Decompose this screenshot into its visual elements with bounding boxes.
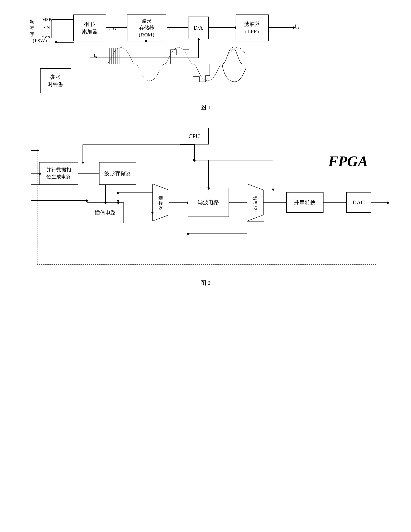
cpu-to-fpga-arrow — [194, 144, 195, 160]
svg-text:择: 择 — [253, 200, 257, 206]
figure1-container: 频 率 字 （FSW） MSB LSB ⋮N 相 位 累加器 ：W 波形 存储器 — [12, 12, 399, 111]
feedback-to-parallel-arrow — [31, 173, 39, 174]
fpga-label: FPGA — [328, 153, 368, 170]
svg-text:择: 择 — [158, 200, 163, 206]
filter-to-selector2-arrow — [229, 202, 247, 203]
msb-arrow — [52, 19, 74, 20]
cpu-left-hline — [82, 144, 194, 145]
lsb-arrow — [52, 38, 74, 38]
freq-word-label2: 率 — [30, 25, 35, 31]
selector2-to-ps-arrow — [264, 202, 286, 203]
lpf-box: 滤波器 （LPF） — [236, 14, 269, 41]
fs-label: fs — [94, 53, 97, 59]
msb-lsb-vline — [52, 19, 52, 38]
colon-w-label: ：W — [107, 25, 117, 31]
cpu-to-filter-arrow — [208, 160, 209, 188]
freq-word-label3: 字 — [30, 31, 35, 38]
freq-word-label: 频 — [30, 19, 35, 25]
waveform-memory-box2: 波形存储器 — [99, 162, 136, 185]
filter-circuit-box: 滤波电路 — [188, 188, 229, 217]
fig2-caption: 图 2 — [201, 279, 210, 287]
wavemem-hline — [118, 192, 153, 192]
direct-to-selector2-hline — [188, 234, 247, 234]
wavemem-to-interp-arrow — [118, 185, 118, 202]
selector1-svg: 选 择 器 — [152, 184, 169, 221]
parallel-data-box: 并行数据相 位生成电路 — [39, 162, 78, 185]
interpolation-box: 插值电路 — [87, 202, 124, 223]
svg-text:选: 选 — [158, 195, 163, 200]
phase-accumulator-box: 相 位 累加器 — [73, 14, 106, 41]
left-feedback-hline-bot — [31, 184, 39, 185]
interp-to-selector-arrow — [124, 213, 153, 213]
refclock-to-phaseacc-arrow — [56, 42, 56, 68]
selector2-bottom-vline — [247, 221, 247, 234]
selector1-to-filter-arrow — [169, 202, 188, 203]
fig1-diagram: 频 率 字 （FSW） MSB LSB ⋮N 相 位 累加器 ：W 波形 存储器 — [30, 12, 381, 99]
da-to-lpf-arrow — [209, 27, 236, 28]
wavemem-to-da-arrow — [167, 27, 188, 28]
msb-label: MSB — [42, 17, 52, 22]
wavemem-feedback-vline — [31, 184, 31, 200]
dac-output-arrow — [371, 202, 388, 203]
fig1-caption: 图 1 — [201, 104, 210, 111]
f0-arrow — [269, 27, 293, 28]
cpu-to-selector2-arrow — [273, 160, 273, 189]
wavemem-feedback-hline — [31, 200, 87, 201]
wavemem-to-interp-vline — [105, 185, 106, 202]
waveform-svg — [102, 43, 247, 85]
parallel-to-wavemem-arrow — [78, 173, 99, 174]
waveform-memory-box: 波形 存储器 （ROM） — [127, 14, 166, 41]
ps-to-dac-arrow — [323, 202, 346, 203]
dots-n: ⋮N — [42, 25, 50, 30]
cpu-to-wavemem-arrow — [82, 144, 83, 162]
ref-clock-box: 并行数据相 参考 时钟源 — [40, 68, 71, 93]
wavemem-feedback-arrow — [81, 200, 87, 201]
svg-text:器: 器 — [158, 206, 163, 211]
cpu-right-hline — [194, 160, 273, 161]
junction-dot-selector1 — [151, 212, 154, 214]
filter-bottom-line — [188, 217, 188, 234]
fig2-diagram: CPU FPGA 并行数据相 位生成电路 波形存储器 — [25, 128, 387, 273]
left-feedback-hline-top — [31, 150, 39, 151]
wavemem-to-interp-hline — [105, 202, 118, 203]
colon-label2: ： — [167, 25, 172, 31]
svg-text:选: 选 — [253, 195, 257, 200]
figure2-container: CPU FPGA 并行数据相 位生成电路 波形存储器 — [12, 128, 399, 287]
selector2-bottom-hline — [247, 221, 264, 221]
selector2-svg: 选 择 器 — [247, 184, 264, 221]
interp-down-arrow — [105, 200, 106, 202]
f0-label: f0 — [294, 23, 299, 31]
svg-text:器: 器 — [253, 206, 257, 211]
left-feedback-vline — [31, 150, 31, 184]
dac-box: DAC — [346, 192, 371, 213]
phase-to-wavemem-arrow — [106, 27, 127, 28]
parallel-serial-box: 并串转换 — [286, 192, 323, 213]
cpu-box: CPU — [180, 128, 209, 144]
lsb-label: LSB — [42, 35, 50, 41]
refclock-hline — [56, 42, 74, 43]
fs-vline-down — [90, 41, 90, 58]
da-box: D/A — [188, 17, 209, 39]
